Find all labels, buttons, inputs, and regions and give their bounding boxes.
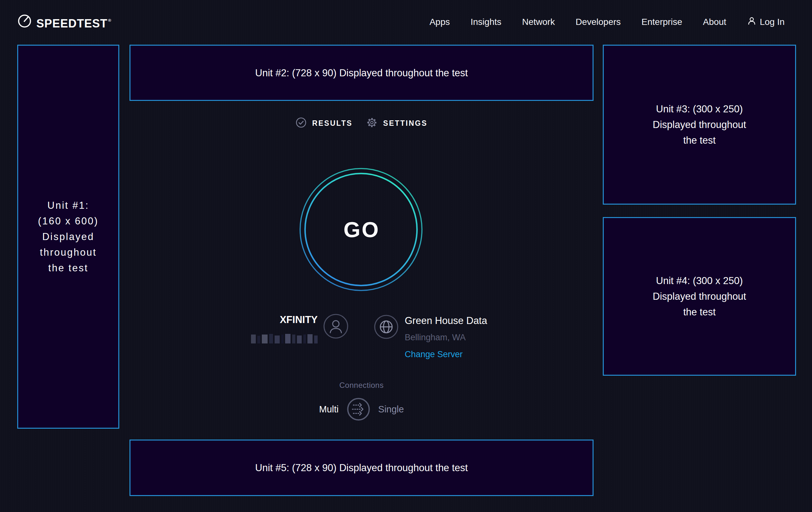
user-icon xyxy=(747,16,756,28)
ad-unit-4[interactable]: Unit #4: (300 x 250) Displayed throughou… xyxy=(603,217,796,376)
tab-results-label: RESULTS xyxy=(312,119,353,128)
login-button[interactable]: Log In xyxy=(747,16,785,28)
main-nav: Apps Insights Network Developers Enterpr… xyxy=(430,16,785,28)
isp-info: XFINITY xyxy=(223,314,349,344)
tab-settings[interactable]: SETTINGS xyxy=(367,117,427,129)
ad-unit-5[interactable]: Unit #5: (728 x 90) Displayed throughout… xyxy=(129,439,593,496)
server-location: Bellingham, WA xyxy=(405,331,487,344)
nav-item-network[interactable]: Network xyxy=(522,17,555,27)
nav-item-about[interactable]: About xyxy=(703,17,726,27)
ad-unit-4-text: Unit #4: (300 x 250) Displayed throughou… xyxy=(653,273,746,320)
connection-mode-single[interactable]: Single xyxy=(378,404,404,415)
ad-unit-3[interactable]: Unit #3: (300 x 250) Displayed throughou… xyxy=(603,45,796,205)
ad-unit-2-text: Unit #2: (728 x 90) Displayed throughout… xyxy=(255,65,468,81)
check-circle-icon xyxy=(296,117,307,129)
nav-item-developers[interactable]: Developers xyxy=(576,17,621,27)
speedtest-page: SPEEDTEST® Apps Insights Network Develop… xyxy=(0,0,812,512)
ad-unit-1-text: Unit #1: (160 x 600) Displayed throughou… xyxy=(38,197,98,276)
trademark-mark: ® xyxy=(108,18,112,23)
go-button[interactable]: GO xyxy=(299,167,423,292)
nav-item-insights[interactable]: Insights xyxy=(471,17,502,27)
tab-results[interactable]: RESULTS xyxy=(296,117,353,129)
nav-item-apps[interactable]: Apps xyxy=(430,17,450,27)
change-server-link[interactable]: Change Server xyxy=(405,348,463,361)
login-label: Log In xyxy=(760,17,785,27)
connections-label: Connections xyxy=(339,379,384,392)
speedtest-logo[interactable]: SPEEDTEST® xyxy=(17,13,112,31)
tab-settings-label: SETTINGS xyxy=(383,119,427,128)
globe-circle-icon xyxy=(374,314,399,341)
connections-section: Connections Multi Single xyxy=(129,379,593,421)
logo-text: SPEEDTEST® xyxy=(36,13,112,31)
ad-unit-1[interactable]: Unit #1: (160 x 600) Displayed throughou… xyxy=(17,45,119,429)
view-tabs: RESULTS SETTINGS xyxy=(129,114,593,132)
multi-arrows-icon xyxy=(347,417,370,422)
gear-icon xyxy=(367,117,377,129)
top-nav-bar: SPEEDTEST® Apps Insights Network Develop… xyxy=(0,0,812,44)
ad-unit-3-text: Unit #3: (300 x 250) Displayed throughou… xyxy=(653,101,746,148)
server-info: Green House Data Bellingham, WA Change S… xyxy=(374,314,487,361)
speedtest-gauge-icon xyxy=(17,13,32,28)
connection-toggle[interactable] xyxy=(347,398,370,421)
redacted-ip-block xyxy=(251,334,318,344)
go-label: GO xyxy=(299,167,423,292)
connection-mode-multi[interactable]: Multi xyxy=(319,404,339,415)
nav-item-enterprise[interactable]: Enterprise xyxy=(641,17,682,27)
ad-unit-2[interactable]: Unit #2: (728 x 90) Displayed throughout… xyxy=(129,45,593,101)
server-name: Green House Data xyxy=(405,314,487,327)
ad-unit-5-text: Unit #5: (728 x 90) Displayed throughout… xyxy=(255,460,468,476)
user-circle-icon xyxy=(323,314,349,340)
isp-name: XFINITY xyxy=(251,314,318,326)
